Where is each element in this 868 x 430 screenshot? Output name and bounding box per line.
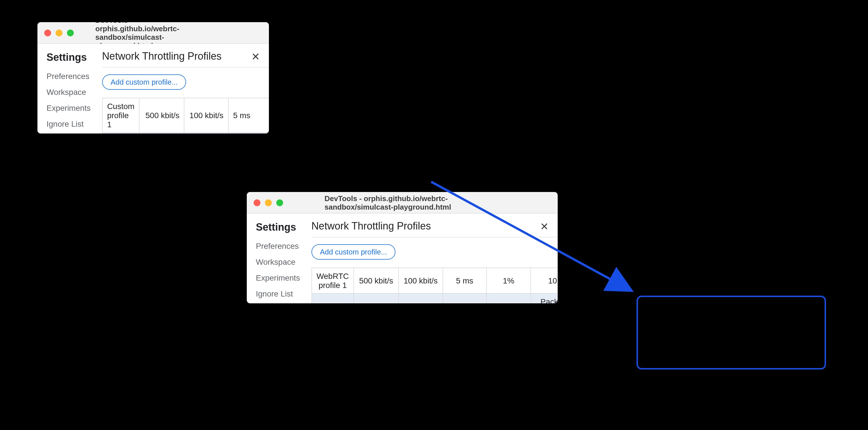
maximize-window-icon[interactable] — [67, 29, 74, 36]
close-window-icon[interactable] — [44, 29, 51, 36]
sidebar-item-experiments[interactable]: Experiments — [41, 100, 96, 116]
sidebar-item-preferences[interactable]: Preferences — [41, 68, 96, 84]
close-window-icon[interactable] — [254, 199, 260, 206]
header-name: Profile Name — [312, 293, 354, 303]
settings-heading: Settings — [250, 222, 306, 238]
cell-packet-queue: 10 — [531, 268, 558, 293]
settings-sidebar: Settings Preferences Workspace Experimen… — [247, 213, 306, 303]
cell-upload: 100 kbit/s — [184, 98, 228, 133]
maximize-window-icon[interactable] — [276, 199, 283, 206]
profiles-table: Custom profile 1 500 kbit/s 100 kbit/s 5… — [102, 98, 269, 134]
titlebar: DevTools - orphis.github.io/webrtc-sandb… — [37, 22, 269, 44]
add-custom-profile-button[interactable]: Add custom profile... — [311, 244, 396, 260]
settings-main: Network Throttling Profiles Add custom p… — [306, 213, 558, 303]
add-custom-profile-button[interactable]: Add custom profile... — [102, 75, 186, 90]
header-upload: Upload — [184, 133, 228, 134]
close-panel-button[interactable]: ✕ — [249, 50, 262, 64]
sidebar-item-devices[interactable]: Devices — [250, 302, 306, 303]
settings-heading: Settings — [41, 52, 96, 68]
sidebar-item-ignore-list[interactable]: Ignore List — [41, 116, 96, 132]
minimize-window-icon[interactable] — [265, 199, 272, 206]
header-download: Download — [354, 293, 399, 303]
header-name: Profile Name — [102, 133, 139, 134]
header-packet-queue: Packet Queue Length — [531, 293, 558, 303]
window-title: DevTools - orphis.github.io/webrtc-sandb… — [324, 194, 480, 211]
devtools-window-after: DevTools - orphis.github.io/webrtc-sandb… — [247, 192, 558, 303]
traffic-lights — [254, 199, 283, 206]
header-upload: Upload — [399, 293, 442, 303]
devtools-window-before: DevTools - orphis.github.io/webrtc-sandb… — [37, 22, 269, 134]
cell-upload: 100 kbit/s — [399, 268, 442, 293]
table-row[interactable]: WebRTC profile 1 500 kbit/s 100 kbit/s 5… — [312, 268, 558, 293]
header-latency: Latency — [442, 293, 487, 303]
cell-download: 500 kbit/s — [354, 268, 399, 293]
cell-name: WebRTC profile 1 — [312, 268, 354, 293]
sidebar-item-ignore-list[interactable]: Ignore List — [250, 286, 306, 302]
sidebar-item-devices[interactable]: Devices — [41, 132, 96, 134]
sidebar-item-experiments[interactable]: Experiments — [250, 270, 306, 286]
window-content: ✕ Settings Preferences Workspace Experim… — [37, 44, 269, 134]
settings-sidebar: Settings Preferences Workspace Experimen… — [37, 44, 96, 134]
table-header-row: Profile Name Download Upload Latency — [102, 133, 269, 134]
page-title: Network Throttling Profiles — [311, 221, 558, 237]
minimize-window-icon[interactable] — [56, 29, 62, 36]
profiles-table: WebRTC profile 1 500 kbit/s 100 kbit/s 5… — [311, 267, 558, 303]
cell-latency: 5 ms — [442, 268, 487, 293]
settings-main: Network Throttling Profiles Add custom p… — [96, 44, 269, 134]
sidebar-item-workspace[interactable]: Workspace — [250, 254, 306, 270]
annotation-highlight — [637, 296, 826, 370]
table-header-row: Profile Name Download Upload Latency Pac… — [312, 293, 558, 303]
sidebar-item-workspace[interactable]: Workspace — [41, 84, 96, 100]
titlebar: DevTools - orphis.github.io/webrtc-sandb… — [247, 192, 558, 213]
page-title: Network Throttling Profiles — [102, 51, 269, 67]
cell-packet-loss: 1% — [487, 268, 530, 293]
table-row[interactable]: Custom profile 1 500 kbit/s 100 kbit/s 5… — [102, 98, 269, 133]
header-latency: Latency — [228, 133, 269, 134]
header-download: Download — [139, 133, 184, 134]
cell-name: Custom profile 1 — [102, 98, 139, 133]
cell-latency: 5 ms — [228, 98, 269, 133]
sidebar-item-preferences[interactable]: Preferences — [250, 238, 306, 254]
cell-download: 500 kbit/s — [139, 98, 184, 133]
header-packet-loss: Packet Loss — [487, 293, 530, 303]
window-content: ✕ Settings Preferences Workspace Experim… — [247, 213, 558, 303]
traffic-lights — [44, 29, 74, 36]
close-panel-button[interactable]: ✕ — [538, 219, 551, 234]
